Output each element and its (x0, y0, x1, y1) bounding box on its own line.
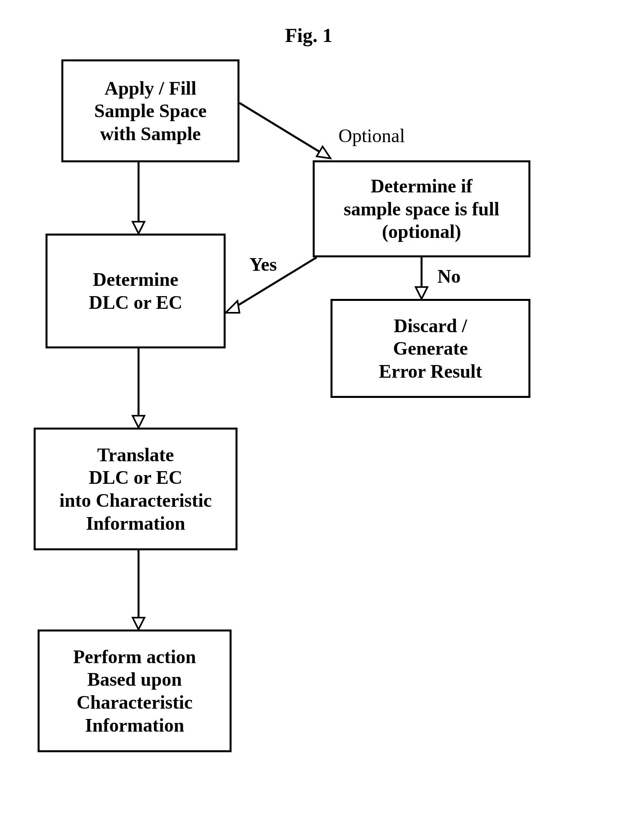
figure-title: Fig. 1 (269, 24, 348, 47)
svg-marker-1 (133, 222, 144, 234)
svg-marker-11 (416, 287, 427, 299)
node-apply-line3: with Sample (100, 122, 201, 145)
label-yes: Yes (249, 253, 277, 275)
node-translate-line1: Translate (97, 443, 174, 466)
svg-line-6 (239, 103, 321, 152)
node-perform: Perform action Based upon Characteristic… (38, 630, 232, 752)
node-discard-line2: Generate (393, 337, 468, 360)
node-perform-line2: Based upon (87, 668, 182, 691)
node-check-line3: (optional) (382, 220, 461, 243)
node-determine-line2: DLC or EC (89, 291, 182, 314)
node-discard-line3: Error Result (379, 360, 482, 383)
node-translate-line2: DLC or EC (89, 466, 182, 489)
node-perform-line4: Information (85, 714, 184, 737)
svg-marker-7 (317, 146, 331, 158)
node-determine-line1: Determine (93, 268, 179, 291)
node-translate-line3: into Characteristic (59, 489, 212, 512)
node-translate-line4: Information (86, 512, 185, 535)
node-apply-line1: Apply / Fill (104, 77, 196, 100)
node-discard-line1: Discard / (394, 314, 467, 337)
svg-marker-9 (226, 301, 239, 313)
svg-marker-3 (133, 416, 144, 428)
node-check-full: Determine if sample space is full (optio… (313, 160, 530, 257)
label-no: No (437, 265, 461, 287)
label-optional: Optional (338, 125, 405, 146)
node-discard: Discard / Generate Error Result (331, 299, 530, 398)
node-translate: Translate DLC or EC into Characteristic … (34, 428, 237, 550)
node-perform-line3: Characteristic (76, 691, 192, 714)
node-apply-line2: Sample Space (94, 99, 207, 122)
svg-marker-5 (133, 618, 144, 630)
node-check-line1: Determine if (370, 175, 472, 198)
node-determine-dlc: Determine DLC or EC (46, 234, 226, 348)
node-apply: Apply / Fill Sample Space with Sample (61, 59, 239, 162)
node-check-line2: sample space is full (344, 198, 499, 221)
node-perform-line1: Perform action (73, 645, 196, 668)
